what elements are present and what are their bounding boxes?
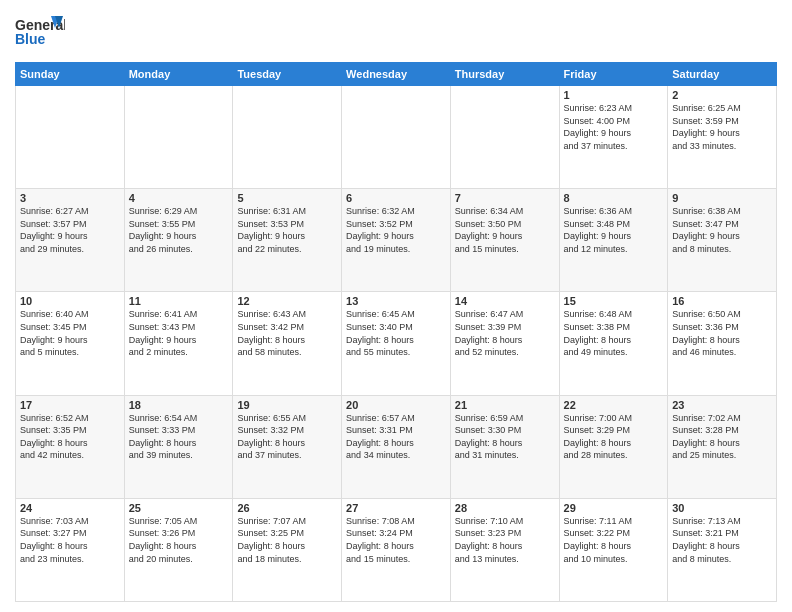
day-info: Sunrise: 7:05 AM Sunset: 3:26 PM Dayligh…	[129, 515, 229, 565]
calendar-cell: 11Sunrise: 6:41 AM Sunset: 3:43 PM Dayli…	[124, 292, 233, 395]
calendar-cell: 7Sunrise: 6:34 AM Sunset: 3:50 PM Daylig…	[450, 189, 559, 292]
day-number: 17	[20, 399, 120, 411]
calendar-cell	[233, 86, 342, 189]
calendar-cell: 3Sunrise: 6:27 AM Sunset: 3:57 PM Daylig…	[16, 189, 125, 292]
day-number: 27	[346, 502, 446, 514]
day-number: 7	[455, 192, 555, 204]
day-info: Sunrise: 7:10 AM Sunset: 3:23 PM Dayligh…	[455, 515, 555, 565]
weekday-header-friday: Friday	[559, 63, 668, 86]
day-info: Sunrise: 6:34 AM Sunset: 3:50 PM Dayligh…	[455, 205, 555, 255]
logo-svg: General Blue	[15, 14, 65, 56]
day-info: Sunrise: 6:25 AM Sunset: 3:59 PM Dayligh…	[672, 102, 772, 152]
day-info: Sunrise: 6:23 AM Sunset: 4:00 PM Dayligh…	[564, 102, 664, 152]
weekday-header-sunday: Sunday	[16, 63, 125, 86]
day-info: Sunrise: 6:38 AM Sunset: 3:47 PM Dayligh…	[672, 205, 772, 255]
calendar-cell	[342, 86, 451, 189]
day-info: Sunrise: 6:50 AM Sunset: 3:36 PM Dayligh…	[672, 308, 772, 358]
calendar-table: SundayMondayTuesdayWednesdayThursdayFrid…	[15, 62, 777, 602]
day-info: Sunrise: 6:27 AM Sunset: 3:57 PM Dayligh…	[20, 205, 120, 255]
calendar-cell: 30Sunrise: 7:13 AM Sunset: 3:21 PM Dayli…	[668, 498, 777, 601]
day-number: 21	[455, 399, 555, 411]
day-info: Sunrise: 6:55 AM Sunset: 3:32 PM Dayligh…	[237, 412, 337, 462]
day-info: Sunrise: 6:48 AM Sunset: 3:38 PM Dayligh…	[564, 308, 664, 358]
calendar-cell: 15Sunrise: 6:48 AM Sunset: 3:38 PM Dayli…	[559, 292, 668, 395]
day-info: Sunrise: 6:29 AM Sunset: 3:55 PM Dayligh…	[129, 205, 229, 255]
day-info: Sunrise: 6:40 AM Sunset: 3:45 PM Dayligh…	[20, 308, 120, 358]
day-number: 25	[129, 502, 229, 514]
day-info: Sunrise: 6:43 AM Sunset: 3:42 PM Dayligh…	[237, 308, 337, 358]
calendar-cell: 25Sunrise: 7:05 AM Sunset: 3:26 PM Dayli…	[124, 498, 233, 601]
day-number: 19	[237, 399, 337, 411]
calendar-cell	[16, 86, 125, 189]
day-number: 14	[455, 295, 555, 307]
day-number: 20	[346, 399, 446, 411]
calendar-cell: 4Sunrise: 6:29 AM Sunset: 3:55 PM Daylig…	[124, 189, 233, 292]
day-number: 8	[564, 192, 664, 204]
day-info: Sunrise: 7:07 AM Sunset: 3:25 PM Dayligh…	[237, 515, 337, 565]
day-number: 12	[237, 295, 337, 307]
day-number: 5	[237, 192, 337, 204]
day-info: Sunrise: 7:03 AM Sunset: 3:27 PM Dayligh…	[20, 515, 120, 565]
calendar-cell: 23Sunrise: 7:02 AM Sunset: 3:28 PM Dayli…	[668, 395, 777, 498]
calendar-cell: 10Sunrise: 6:40 AM Sunset: 3:45 PM Dayli…	[16, 292, 125, 395]
weekday-header-thursday: Thursday	[450, 63, 559, 86]
calendar-cell: 13Sunrise: 6:45 AM Sunset: 3:40 PM Dayli…	[342, 292, 451, 395]
day-number: 26	[237, 502, 337, 514]
calendar-cell	[450, 86, 559, 189]
day-number: 18	[129, 399, 229, 411]
calendar-cell: 28Sunrise: 7:10 AM Sunset: 3:23 PM Dayli…	[450, 498, 559, 601]
svg-text:Blue: Blue	[15, 31, 46, 47]
calendar-cell: 22Sunrise: 7:00 AM Sunset: 3:29 PM Dayli…	[559, 395, 668, 498]
weekday-header-row: SundayMondayTuesdayWednesdayThursdayFrid…	[16, 63, 777, 86]
day-number: 23	[672, 399, 772, 411]
day-info: Sunrise: 7:00 AM Sunset: 3:29 PM Dayligh…	[564, 412, 664, 462]
day-number: 2	[672, 89, 772, 101]
day-number: 15	[564, 295, 664, 307]
day-info: Sunrise: 6:41 AM Sunset: 3:43 PM Dayligh…	[129, 308, 229, 358]
weekday-header-tuesday: Tuesday	[233, 63, 342, 86]
day-info: Sunrise: 6:52 AM Sunset: 3:35 PM Dayligh…	[20, 412, 120, 462]
calendar-cell: 26Sunrise: 7:07 AM Sunset: 3:25 PM Dayli…	[233, 498, 342, 601]
calendar-cell: 16Sunrise: 6:50 AM Sunset: 3:36 PM Dayli…	[668, 292, 777, 395]
day-number: 6	[346, 192, 446, 204]
day-number: 9	[672, 192, 772, 204]
calendar-cell: 20Sunrise: 6:57 AM Sunset: 3:31 PM Dayli…	[342, 395, 451, 498]
day-number: 30	[672, 502, 772, 514]
day-number: 29	[564, 502, 664, 514]
calendar-cell	[124, 86, 233, 189]
day-info: Sunrise: 6:47 AM Sunset: 3:39 PM Dayligh…	[455, 308, 555, 358]
day-number: 13	[346, 295, 446, 307]
calendar-cell: 2Sunrise: 6:25 AM Sunset: 3:59 PM Daylig…	[668, 86, 777, 189]
day-info: Sunrise: 6:54 AM Sunset: 3:33 PM Dayligh…	[129, 412, 229, 462]
week-row-1: 1Sunrise: 6:23 AM Sunset: 4:00 PM Daylig…	[16, 86, 777, 189]
weekday-header-saturday: Saturday	[668, 63, 777, 86]
calendar-cell: 19Sunrise: 6:55 AM Sunset: 3:32 PM Dayli…	[233, 395, 342, 498]
calendar-cell: 27Sunrise: 7:08 AM Sunset: 3:24 PM Dayli…	[342, 498, 451, 601]
logo: General Blue	[15, 14, 65, 56]
calendar-cell: 6Sunrise: 6:32 AM Sunset: 3:52 PM Daylig…	[342, 189, 451, 292]
day-info: Sunrise: 7:11 AM Sunset: 3:22 PM Dayligh…	[564, 515, 664, 565]
calendar-cell: 5Sunrise: 6:31 AM Sunset: 3:53 PM Daylig…	[233, 189, 342, 292]
calendar-cell: 17Sunrise: 6:52 AM Sunset: 3:35 PM Dayli…	[16, 395, 125, 498]
day-number: 24	[20, 502, 120, 514]
day-number: 11	[129, 295, 229, 307]
calendar-cell: 21Sunrise: 6:59 AM Sunset: 3:30 PM Dayli…	[450, 395, 559, 498]
day-info: Sunrise: 6:32 AM Sunset: 3:52 PM Dayligh…	[346, 205, 446, 255]
day-number: 1	[564, 89, 664, 101]
page: General Blue SundayMondayTuesdayWednesda…	[0, 0, 792, 612]
day-number: 3	[20, 192, 120, 204]
day-info: Sunrise: 6:45 AM Sunset: 3:40 PM Dayligh…	[346, 308, 446, 358]
calendar-cell: 24Sunrise: 7:03 AM Sunset: 3:27 PM Dayli…	[16, 498, 125, 601]
week-row-3: 10Sunrise: 6:40 AM Sunset: 3:45 PM Dayli…	[16, 292, 777, 395]
weekday-header-wednesday: Wednesday	[342, 63, 451, 86]
day-info: Sunrise: 6:31 AM Sunset: 3:53 PM Dayligh…	[237, 205, 337, 255]
week-row-4: 17Sunrise: 6:52 AM Sunset: 3:35 PM Dayli…	[16, 395, 777, 498]
calendar-cell: 29Sunrise: 7:11 AM Sunset: 3:22 PM Dayli…	[559, 498, 668, 601]
day-number: 10	[20, 295, 120, 307]
day-info: Sunrise: 7:08 AM Sunset: 3:24 PM Dayligh…	[346, 515, 446, 565]
calendar-cell: 9Sunrise: 6:38 AM Sunset: 3:47 PM Daylig…	[668, 189, 777, 292]
day-number: 4	[129, 192, 229, 204]
day-info: Sunrise: 6:36 AM Sunset: 3:48 PM Dayligh…	[564, 205, 664, 255]
calendar-cell: 1Sunrise: 6:23 AM Sunset: 4:00 PM Daylig…	[559, 86, 668, 189]
calendar-cell: 12Sunrise: 6:43 AM Sunset: 3:42 PM Dayli…	[233, 292, 342, 395]
